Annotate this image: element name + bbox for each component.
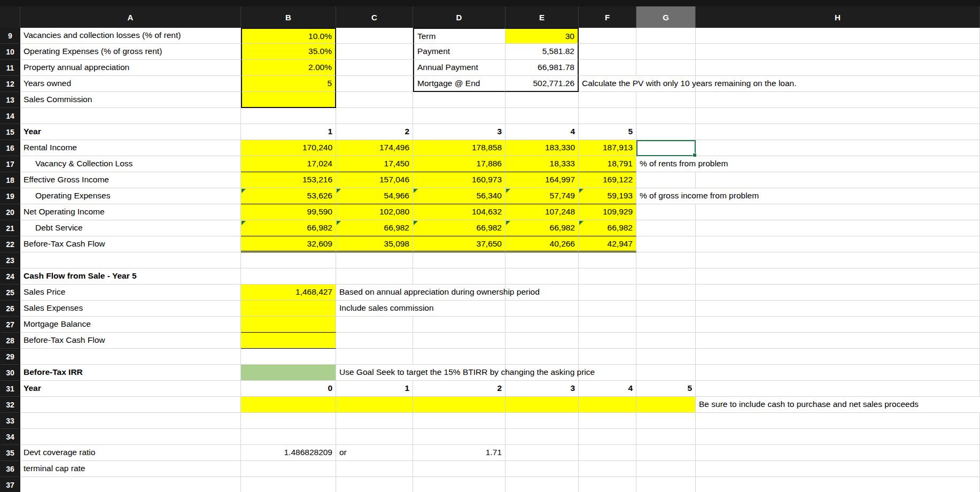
- cell-C17[interactable]: 17,450: [336, 156, 413, 172]
- cell-G23[interactable]: [636, 252, 696, 268]
- cell-C22[interactable]: 35,098: [336, 236, 413, 252]
- cell-C26[interactable]: Include sales commission: [336, 301, 413, 317]
- row-header-33[interactable]: 33: [0, 413, 20, 429]
- cell-A30[interactable]: Before-Tax IRR: [20, 365, 241, 381]
- cell-D10[interactable]: Payment: [413, 44, 505, 60]
- cell-B23[interactable]: [241, 252, 336, 268]
- row-header-25[interactable]: 25: [0, 285, 20, 301]
- cell-E12[interactable]: 502,771.26: [505, 76, 579, 92]
- cell-H17[interactable]: [696, 156, 980, 172]
- cell-D14[interactable]: [413, 108, 505, 124]
- column-header-D[interactable]: D: [413, 6, 505, 28]
- cell-F31[interactable]: 4: [579, 381, 636, 397]
- cell-D36[interactable]: [413, 461, 505, 477]
- row-header-32[interactable]: 32: [0, 397, 20, 413]
- cell-F11[interactable]: [579, 60, 636, 76]
- row-header-18[interactable]: 18: [0, 172, 20, 188]
- row-header-17[interactable]: 17: [0, 156, 20, 172]
- cell-F9[interactable]: [579, 28, 636, 44]
- cell-C28[interactable]: [336, 333, 413, 349]
- cell-E37[interactable]: [505, 477, 579, 492]
- cell-A16[interactable]: Rental Income: [20, 140, 241, 156]
- cell-H33[interactable]: [696, 413, 980, 429]
- cell-G30[interactable]: [636, 365, 696, 381]
- cell-A14[interactable]: [20, 108, 241, 124]
- cell-H18[interactable]: [696, 172, 980, 188]
- cell-D32[interactable]: [413, 397, 505, 413]
- cell-E34[interactable]: [505, 429, 579, 445]
- cell-F17[interactable]: 18,791: [579, 156, 636, 172]
- cell-B17[interactable]: 17,024: [241, 156, 336, 172]
- cell-A28[interactable]: Before-Tax Cash Flow: [20, 333, 241, 349]
- cell-H16[interactable]: [696, 140, 980, 156]
- cell-A13[interactable]: Sales Commission: [20, 92, 241, 108]
- cell-F22[interactable]: 42,947: [579, 236, 636, 252]
- cell-A29[interactable]: [20, 349, 241, 365]
- cell-A24[interactable]: Cash Flow from Sale - Year 5: [20, 268, 241, 285]
- cell-F32[interactable]: [579, 397, 636, 413]
- cell-H28[interactable]: [696, 333, 980, 349]
- cell-G29[interactable]: [636, 349, 696, 365]
- cell-G17[interactable]: % of rents from problem: [636, 156, 696, 172]
- cell-C33[interactable]: [336, 413, 413, 429]
- cell-C23[interactable]: [336, 252, 413, 268]
- cell-C37[interactable]: [336, 477, 413, 492]
- cell-D11[interactable]: Annual Payment: [413, 60, 505, 76]
- cell-A11[interactable]: Property annual appreciation: [20, 60, 241, 76]
- cell-C34[interactable]: [336, 429, 413, 445]
- cell-D27[interactable]: [413, 317, 505, 333]
- row-header-15[interactable]: 15: [0, 124, 20, 140]
- select-all-corner[interactable]: [0, 6, 20, 28]
- cell-A27[interactable]: Mortgage Balance: [20, 317, 241, 333]
- cell-A12[interactable]: Years owned: [20, 76, 241, 92]
- cell-F18[interactable]: 169,122: [579, 172, 636, 188]
- cell-E28[interactable]: [505, 333, 579, 349]
- cell-D34[interactable]: [413, 429, 505, 445]
- row-header-36[interactable]: 36: [0, 461, 20, 477]
- cell-G11[interactable]: [636, 60, 696, 76]
- cell-A18[interactable]: Effective Gross Income: [20, 172, 241, 188]
- cell-G25[interactable]: [636, 285, 696, 301]
- row-header-28[interactable]: 28: [0, 333, 20, 349]
- column-header-B[interactable]: B: [241, 6, 336, 28]
- cell-F28[interactable]: [579, 333, 636, 349]
- cell-C36[interactable]: [336, 461, 413, 477]
- row-header-30[interactable]: 30: [0, 365, 20, 381]
- cell-F20[interactable]: 109,929: [579, 204, 636, 220]
- cell-D17[interactable]: 17,886: [413, 156, 505, 172]
- cell-A21[interactable]: Debt Service: [20, 220, 241, 236]
- cell-B31[interactable]: 0: [241, 381, 336, 397]
- cell-B22[interactable]: 32,609: [241, 236, 336, 252]
- cell-A23[interactable]: [20, 252, 241, 268]
- cell-A15[interactable]: Year: [20, 124, 241, 140]
- cell-H13[interactable]: [696, 92, 980, 108]
- cell-F26[interactable]: [579, 301, 636, 317]
- cell-B30[interactable]: [241, 365, 336, 381]
- cell-H37[interactable]: [696, 477, 980, 492]
- cell-C21[interactable]: 66,982: [336, 220, 413, 236]
- cell-B9[interactable]: 10.0%: [241, 28, 336, 44]
- row-header-10[interactable]: 10: [0, 44, 20, 60]
- cell-E23[interactable]: [505, 252, 579, 268]
- cell-D19[interactable]: 56,340: [413, 188, 505, 204]
- cell-H30[interactable]: [696, 365, 980, 381]
- cell-C13[interactable]: [336, 92, 413, 108]
- cell-C30[interactable]: Use Goal Seek to target the 15% BTIRR by…: [336, 365, 413, 381]
- cell-B21[interactable]: 66,982: [241, 220, 336, 236]
- cell-B25[interactable]: 1,468,427: [241, 285, 336, 301]
- row-header-9[interactable]: 9: [0, 28, 20, 44]
- cell-F14[interactable]: [579, 108, 636, 124]
- cell-C32[interactable]: [336, 397, 413, 413]
- cell-A25[interactable]: Sales Price: [20, 285, 241, 301]
- cell-F27[interactable]: [579, 317, 636, 333]
- cell-H27[interactable]: [696, 317, 980, 333]
- row-header-37[interactable]: 37: [0, 477, 20, 492]
- cell-B24[interactable]: [241, 268, 336, 285]
- cell-E11[interactable]: 66,981.78: [505, 60, 579, 76]
- column-header-C[interactable]: C: [336, 6, 413, 28]
- cell-A22[interactable]: Before-Tax Cash Flow: [20, 236, 241, 252]
- row-header-16[interactable]: 16: [0, 140, 20, 156]
- cell-D18[interactable]: 160,973: [413, 172, 505, 188]
- column-header-A[interactable]: A: [20, 6, 241, 28]
- cell-B19[interactable]: 53,626: [241, 188, 336, 204]
